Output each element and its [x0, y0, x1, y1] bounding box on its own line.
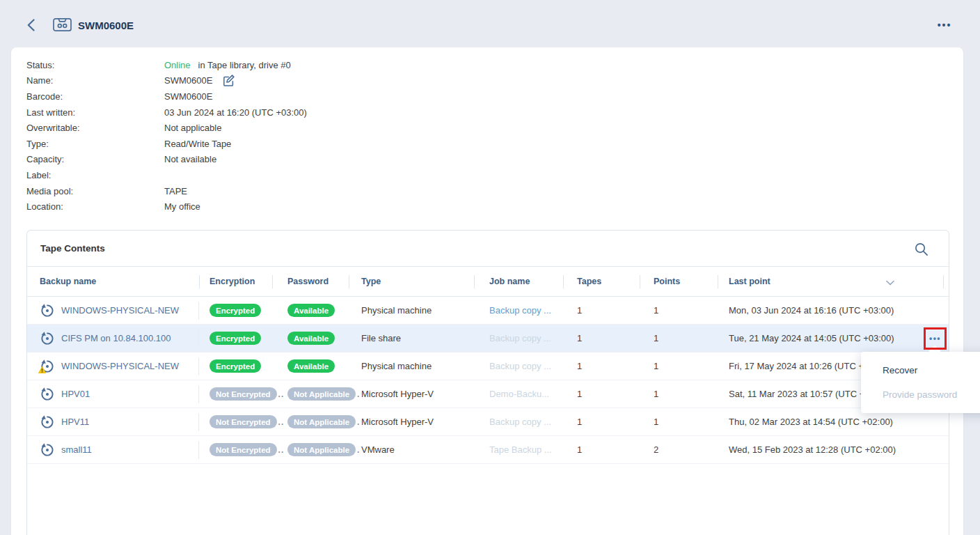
panel-header: Tape Contents [27, 231, 949, 267]
tape-cassette-icon [53, 17, 72, 35]
job-name-disabled: Demo-Backu... [489, 389, 549, 399]
column-header-backup-name[interactable]: Backup name [27, 267, 199, 296]
detail-value: TAPE [164, 186, 187, 196]
job-name-disabled: Tape Backup ... [489, 444, 552, 455]
column-header-actions-gutter [943, 267, 949, 296]
encryption-badge: Not Encrypted [210, 387, 277, 401]
tape-details: Status: Online in Tape library, drive #0… [26, 57, 307, 215]
type-cell: Microsoft Hyper-V [349, 380, 474, 408]
detail-label: Status: [26, 60, 164, 70]
column-header-encryption[interactable]: Encryption [199, 267, 272, 296]
detail-label: Location: [26, 201, 164, 212]
column-header-job-name[interactable]: Job name [474, 267, 563, 296]
password-badge: Available [287, 332, 335, 345]
detail-row-status: Status: Online in Tape library, drive #0 [26, 57, 307, 73]
backup-name-link[interactable]: WINDOWS-PHYSICAL-NEW [61, 305, 179, 316]
panel-title: Tape Contents [40, 243, 105, 254]
table-row-selected[interactable]: CIFS PM on 10.84.100.100 Encrypted Avail… [27, 325, 949, 352]
column-header-tapes[interactable]: Tapes [563, 267, 640, 296]
password-badge: Not Applicable [287, 415, 356, 428]
restore-point-icon [40, 414, 55, 430]
detail-label: Capacity: [26, 154, 164, 164]
menu-item-recover[interactable]: Recover [861, 358, 980, 382]
job-name-disabled: Backup copy ... [489, 417, 551, 427]
backup-name-link[interactable]: HPV11 [61, 417, 89, 427]
type-cell: Physical machine [349, 352, 474, 380]
type-cell: VMware [349, 436, 474, 463]
points-cell: 2 [640, 436, 718, 463]
detail-value: Read/Write Tape [164, 139, 231, 149]
detail-label: Overwritable: [26, 123, 164, 133]
table-body: WINDOWS-PHYSICAL-NEW Encrypted Available… [27, 297, 949, 464]
job-name-disabled: Backup copy ... [489, 333, 551, 343]
column-header-type[interactable]: Type [349, 267, 474, 296]
password-badge: Available [287, 304, 335, 317]
detail-label: Media pool: [26, 186, 164, 196]
table-row[interactable]: HPV01 Not Encrypted.. Not Applicable. Mi… [27, 380, 949, 408]
tapes-cell: 1 [563, 408, 640, 435]
password-badge: Not Applicable [287, 443, 356, 456]
password-badge: Available [287, 359, 335, 373]
row-actions-button[interactable]: ••• [929, 334, 941, 343]
last-point-cell: Mon, 03 Jun 2024 at 16:16 (UTC +03:00) [718, 297, 943, 324]
detail-value: My office [164, 201, 200, 212]
column-header-last-point[interactable]: Last point [718, 267, 943, 296]
restore-point-icon [40, 387, 55, 402]
encryption-badge: Encrypted [210, 332, 261, 345]
menu-item-provide-password: Provide password [861, 382, 980, 407]
context-menu: Recover Provide password [861, 352, 980, 413]
table-row[interactable]: HPV11 Not Encrypted.. Not Applicable. Mi… [27, 408, 949, 436]
details-card: Status: Online in Tape library, drive #0… [11, 47, 963, 535]
back-button[interactable] [24, 17, 38, 33]
detail-value: Not applicable [164, 123, 221, 133]
table-row[interactable]: WINDOWS-PHYSICAL-NEW Encrypted Available… [27, 352, 949, 380]
backup-name-link[interactable]: CIFS PM on 10.84.100.100 [61, 333, 171, 343]
search-button[interactable] [912, 240, 929, 257]
type-cell: Microsoft Hyper-V [349, 408, 474, 435]
table-row[interactable]: WINDOWS-PHYSICAL-NEW Encrypted Available… [27, 297, 949, 325]
points-cell: 1 [640, 408, 718, 435]
status-location-text: in Tape library, drive #0 [198, 60, 291, 70]
warning-triangle-icon [38, 366, 47, 376]
pencil-square-icon [222, 74, 235, 87]
backup-name-link[interactable]: WINDOWS-PHYSICAL-NEW [61, 361, 179, 371]
tapes-cell: 1 [563, 297, 640, 324]
column-header-password[interactable]: Password [272, 267, 349, 296]
tapes-cell: 1 [563, 352, 640, 380]
last-point-cell: Wed, 15 Feb 2023 at 12:28 (UTC +02:00) [718, 436, 943, 463]
restore-point-warning-icon [40, 359, 55, 374]
page-actions-button[interactable]: ••• [934, 15, 955, 35]
type-cell: Physical machine [349, 297, 474, 324]
table-row[interactable]: small11 Not Encrypted.. Not Applicable. … [27, 436, 949, 464]
detail-row-last-written: Last written: 03 Jun 2024 at 16:20 (UTC … [26, 104, 307, 121]
search-icon [914, 242, 928, 256]
edit-name-button[interactable] [222, 74, 235, 87]
points-cell: 1 [640, 297, 718, 324]
sort-chevron-down-icon[interactable] [886, 278, 894, 288]
top-bar: SWM0600E ••• [0, 0, 980, 47]
chevron-left-icon [27, 19, 35, 31]
annotation-highlight-box: ••• [924, 327, 947, 350]
column-header-points[interactable]: Points [640, 267, 718, 296]
detail-label: Name: [26, 75, 164, 86]
job-name-link[interactable]: Backup copy ... [489, 305, 551, 316]
detail-value: SWM0600E [164, 74, 235, 87]
detail-label: Type: [26, 139, 164, 149]
encryption-badge: Encrypted [210, 359, 261, 373]
job-name-disabled: Backup copy ... [489, 361, 551, 371]
backup-name-link[interactable]: small11 [61, 444, 92, 455]
table-header-row: Backup name Encryption Password Type Job… [27, 267, 949, 297]
points-cell: 1 [640, 325, 718, 352]
detail-row-overwritable: Overwritable: Not applicable [26, 120, 307, 136]
encryption-badge: Not Encrypted [210, 443, 277, 456]
restore-point-icon [40, 303, 55, 318]
detail-value: Online in Tape library, drive #0 [164, 60, 291, 70]
detail-label: Label: [26, 170, 164, 180]
detail-row-location: Location: My office [26, 199, 307, 215]
detail-value: 03 Jun 2024 at 16:20 (UTC +03:00) [164, 107, 307, 118]
backup-name-link[interactable]: HPV01 [61, 389, 90, 399]
tapes-cell: 1 [563, 436, 640, 463]
restore-point-icon [40, 442, 55, 458]
tape-contents-panel: Tape Contents Backup name Encryption Pas… [26, 230, 949, 535]
detail-value: Not available [164, 154, 216, 164]
